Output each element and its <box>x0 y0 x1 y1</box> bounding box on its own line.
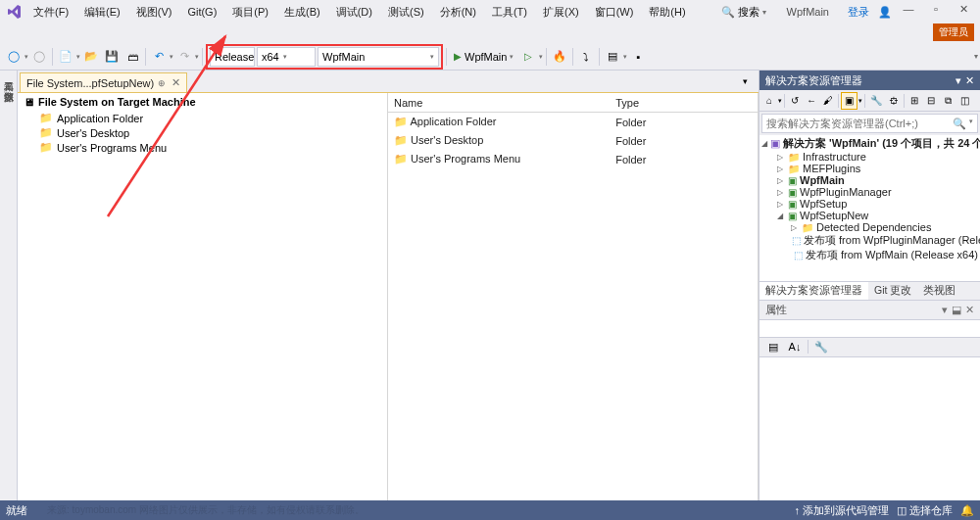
solution-root[interactable]: ◢ ▣ 解决方案 'WpfMain' (19 个项目，共 24 个) <box>760 136 980 151</box>
bell-icon[interactable]: 🔔 <box>960 504 974 517</box>
play-icon: ▶ <box>454 51 462 62</box>
nav-fwd-button[interactable]: ◯ <box>29 46 49 68</box>
step-button[interactable]: ⤵ <box>576 46 596 68</box>
file-system-tree[interactable]: 🖥 File System on Target Machine 📁Applica… <box>18 93 388 500</box>
menu-window[interactable]: 窗口(W) <box>589 3 640 22</box>
show-all-icon[interactable]: ▣ <box>841 92 858 110</box>
login-link[interactable]: 登录 <box>845 5 872 20</box>
expander-icon[interactable]: ▷ <box>775 176 785 185</box>
menu-tools[interactable]: 工具(T) <box>486 3 533 22</box>
active-doc-tab[interactable]: File System...pfSetupNew) ⊕ ✕ <box>20 72 187 92</box>
undo-button[interactable]: ↶ <box>149 46 169 68</box>
search-icon: 🔍 <box>721 6 735 19</box>
fs-folder-row[interactable]: 📁Application Folder <box>18 111 387 125</box>
panel-dropdown-icon[interactable]: ▾ <box>956 74 961 87</box>
brush-icon[interactable]: 🖌 <box>820 92 836 110</box>
menu-analyze[interactable]: 分析(N) <box>434 3 482 22</box>
user-icon[interactable]: 👤 <box>878 6 892 19</box>
menu-file[interactable]: 文件(F) <box>27 3 74 22</box>
menu-project[interactable]: 项目(P) <box>226 3 274 22</box>
file-system-list[interactable]: Name Type 📁 Application FolderFolder 📁 U… <box>388 93 759 500</box>
redo-button[interactable]: ↷ <box>174 46 194 68</box>
list-item[interactable]: 📁 User's DesktopFolder <box>388 131 758 150</box>
microtool-button[interactable]: ▪ <box>628 46 648 68</box>
home-icon[interactable]: ⌂ <box>761 92 777 110</box>
source-control-status[interactable]: ↑ 添加到源代码管理 <box>794 503 889 518</box>
tree-row[interactable]: ▷📁MEFPlugins <box>760 163 980 174</box>
back-icon[interactable]: ← <box>804 92 819 110</box>
outline-button[interactable]: ▤ <box>603 46 622 68</box>
tab-overflow-button[interactable]: ▾ <box>735 71 755 92</box>
tab-solution[interactable]: 解决方案资源管理器 <box>760 282 868 300</box>
list-item[interactable]: 📁 Application FolderFolder <box>388 113 758 131</box>
config-combo[interactable]: Release ▾ <box>210 47 255 67</box>
view-icon[interactable]: ◫ <box>956 92 972 110</box>
startup-combo[interactable]: WpfMain ▾ <box>318 47 439 67</box>
search-box[interactable]: 🔍 搜索 ▾ <box>716 3 771 22</box>
menu-debug[interactable]: 调试(D) <box>330 3 378 22</box>
close-button[interactable]: ✕ <box>953 3 974 21</box>
save-button[interactable]: 💾 <box>102 46 122 68</box>
list-type: Folder <box>610 133 758 149</box>
tab-git[interactable]: Git 更改 <box>868 282 917 300</box>
fs-folder-row[interactable]: 📁User's Programs Menu <box>18 140 387 155</box>
expander-icon[interactable]: ▷ <box>789 223 799 232</box>
panel-pin-icon[interactable]: ⬓ <box>952 304 961 316</box>
menu-help[interactable]: 帮助(H) <box>643 3 691 22</box>
expander-icon[interactable]: ◢ <box>761 139 767 148</box>
properties-target[interactable] <box>760 320 980 338</box>
start-without-debug-button[interactable]: ▷ <box>518 46 538 68</box>
start-debug-button[interactable]: ▶ WpfMain ▾ <box>450 51 517 63</box>
collapse-icon[interactable]: ⊟ <box>923 92 939 110</box>
expander-icon[interactable]: ▷ <box>775 188 785 197</box>
expander-icon[interactable]: ▷ <box>775 153 785 162</box>
tree-row[interactable]: ▷▣WpfSetup <box>760 198 980 210</box>
wrench-icon[interactable]: 🔧 <box>867 92 885 110</box>
group-icon[interactable]: ⧉ <box>940 92 956 110</box>
pin-icon[interactable]: ⊕ <box>158 78 168 88</box>
tree-row[interactable]: ◢▣WpfSetupNew <box>760 210 980 221</box>
save-all-button[interactable]: 🗃 <box>122 46 142 68</box>
col-type[interactable]: Type <box>610 95 758 111</box>
tab-classview[interactable]: 类视图 <box>917 282 961 300</box>
alpha-sort-icon[interactable]: A↓ <box>785 336 805 357</box>
col-name[interactable]: Name <box>388 95 610 111</box>
repo-select-status[interactable]: ◫ 选择仓库 <box>897 503 953 518</box>
tree-row[interactable]: ▷▣WpfMain <box>760 174 980 186</box>
wrench-icon[interactable]: 🔧 <box>811 336 831 357</box>
expand-icon[interactable]: ⊞ <box>906 92 922 110</box>
sync-icon[interactable]: ↺ <box>787 92 803 110</box>
expander-icon[interactable]: ◢ <box>775 212 785 220</box>
tree-row[interactable]: ▷📁Infrastructure <box>760 151 980 163</box>
menu-build[interactable]: 生成(B) <box>278 3 326 22</box>
panel-dropdown-icon[interactable]: ▾ <box>942 304 948 316</box>
solution-search[interactable]: 搜索解决方案资源管理器(Ctrl+;) 🔍▾ <box>761 114 978 133</box>
menu-edit[interactable]: 编辑(E) <box>78 3 126 22</box>
minimize-button[interactable]: — <box>898 3 919 21</box>
hot-reload-button[interactable]: 🔥 <box>550 46 569 68</box>
menu-git[interactable]: Git(G) <box>181 4 222 20</box>
panel-close-icon[interactable]: ✕ <box>965 304 974 316</box>
categorize-icon[interactable]: ▤ <box>763 336 783 357</box>
panel-close-icon[interactable]: ✕ <box>965 74 974 87</box>
tree-row[interactable]: ⬚发布项 from WpfPluginManager (Release x64) <box>760 233 980 248</box>
tree-row[interactable]: ▷📁Detected Dependencies <box>760 221 980 233</box>
expander-icon[interactable]: ▷ <box>775 165 785 173</box>
menu-test[interactable]: 测试(S) <box>382 3 430 22</box>
menu-extensions[interactable]: 扩展(X) <box>537 3 585 22</box>
tree-row[interactable]: ▷▣WpfPluginManager <box>760 186 980 198</box>
fs-folder-row[interactable]: 📁User's Desktop <box>18 125 387 140</box>
properties-icon[interactable]: ⯐ <box>886 92 902 110</box>
nav-back-button[interactable]: ◯ <box>4 46 24 68</box>
close-icon[interactable]: ✕ <box>172 76 180 89</box>
open-button[interactable]: 📂 <box>81 46 101 68</box>
solution-tree[interactable]: ◢ ▣ 解决方案 'WpfMain' (19 个项目，共 24 个) ▷📁Inf… <box>760 135 980 281</box>
new-button[interactable]: 📄 <box>56 46 75 68</box>
expander-icon[interactable]: ▷ <box>775 200 785 209</box>
platform-combo[interactable]: x64 ▾ <box>257 47 316 67</box>
menu-view[interactable]: 视图(V) <box>130 3 178 22</box>
restore-button[interactable]: ▫ <box>925 3 947 21</box>
tree-row[interactable]: ⬚发布项 from WpfMain (Release x64) <box>760 248 980 262</box>
list-item[interactable]: 📁 User's Programs MenuFolder <box>388 150 758 168</box>
content-area: 工具箱 数据源 File System...pfSetupNew) ⊕ ✕ ▾ … <box>0 71 980 500</box>
